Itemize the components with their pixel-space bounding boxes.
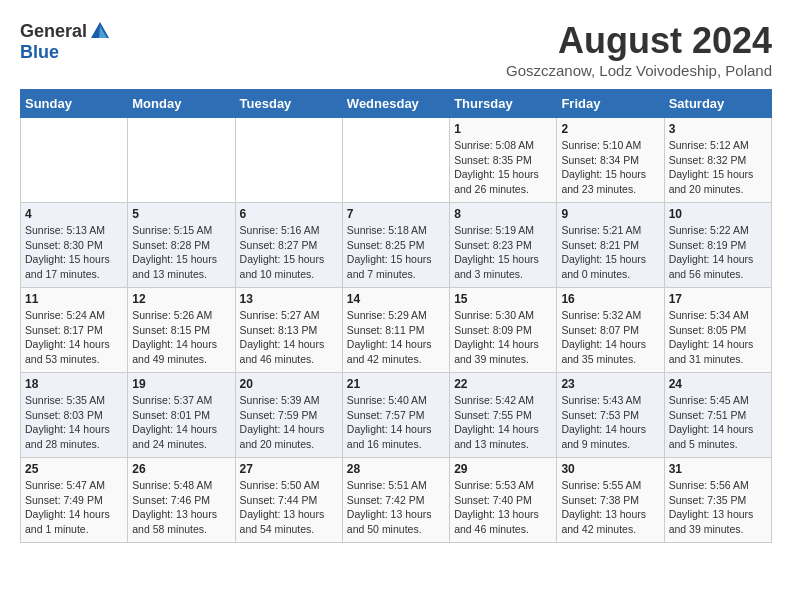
day-cell-6: 6Sunrise: 5:16 AM Sunset: 8:27 PM Daylig… — [235, 203, 342, 288]
logo-icon — [89, 20, 111, 42]
day-info: Sunrise: 5:53 AM Sunset: 7:40 PM Dayligh… — [454, 478, 552, 537]
day-cell-26: 26Sunrise: 5:48 AM Sunset: 7:46 PM Dayli… — [128, 458, 235, 543]
day-number: 12 — [132, 292, 230, 306]
day-info: Sunrise: 5:12 AM Sunset: 8:32 PM Dayligh… — [669, 138, 767, 197]
day-number: 25 — [25, 462, 123, 476]
day-info: Sunrise: 5:29 AM Sunset: 8:11 PM Dayligh… — [347, 308, 445, 367]
weekday-header-monday: Monday — [128, 90, 235, 118]
day-cell-2: 2Sunrise: 5:10 AM Sunset: 8:34 PM Daylig… — [557, 118, 664, 203]
day-info: Sunrise: 5:43 AM Sunset: 7:53 PM Dayligh… — [561, 393, 659, 452]
day-number: 15 — [454, 292, 552, 306]
day-info: Sunrise: 5:21 AM Sunset: 8:21 PM Dayligh… — [561, 223, 659, 282]
day-cell-10: 10Sunrise: 5:22 AM Sunset: 8:19 PM Dayli… — [664, 203, 771, 288]
day-info: Sunrise: 5:26 AM Sunset: 8:15 PM Dayligh… — [132, 308, 230, 367]
day-cell-30: 30Sunrise: 5:55 AM Sunset: 7:38 PM Dayli… — [557, 458, 664, 543]
day-info: Sunrise: 5:50 AM Sunset: 7:44 PM Dayligh… — [240, 478, 338, 537]
week-row-3: 11Sunrise: 5:24 AM Sunset: 8:17 PM Dayli… — [21, 288, 772, 373]
weekday-header-wednesday: Wednesday — [342, 90, 449, 118]
day-cell-17: 17Sunrise: 5:34 AM Sunset: 8:05 PM Dayli… — [664, 288, 771, 373]
empty-cell — [21, 118, 128, 203]
day-number: 21 — [347, 377, 445, 391]
day-cell-28: 28Sunrise: 5:51 AM Sunset: 7:42 PM Dayli… — [342, 458, 449, 543]
day-cell-16: 16Sunrise: 5:32 AM Sunset: 8:07 PM Dayli… — [557, 288, 664, 373]
calendar-table: SundayMondayTuesdayWednesdayThursdayFrid… — [20, 89, 772, 543]
day-number: 29 — [454, 462, 552, 476]
day-info: Sunrise: 5:39 AM Sunset: 7:59 PM Dayligh… — [240, 393, 338, 452]
day-info: Sunrise: 5:22 AM Sunset: 8:19 PM Dayligh… — [669, 223, 767, 282]
header: General Blue August 2024 Goszczanow, Lod… — [20, 20, 772, 79]
day-info: Sunrise: 5:13 AM Sunset: 8:30 PM Dayligh… — [25, 223, 123, 282]
day-info: Sunrise: 5:32 AM Sunset: 8:07 PM Dayligh… — [561, 308, 659, 367]
day-info: Sunrise: 5:55 AM Sunset: 7:38 PM Dayligh… — [561, 478, 659, 537]
day-info: Sunrise: 5:34 AM Sunset: 8:05 PM Dayligh… — [669, 308, 767, 367]
weekday-header-friday: Friday — [557, 90, 664, 118]
day-number: 19 — [132, 377, 230, 391]
day-cell-8: 8Sunrise: 5:19 AM Sunset: 8:23 PM Daylig… — [450, 203, 557, 288]
day-info: Sunrise: 5:48 AM Sunset: 7:46 PM Dayligh… — [132, 478, 230, 537]
day-cell-31: 31Sunrise: 5:56 AM Sunset: 7:35 PM Dayli… — [664, 458, 771, 543]
day-info: Sunrise: 5:18 AM Sunset: 8:25 PM Dayligh… — [347, 223, 445, 282]
weekday-header-sunday: Sunday — [21, 90, 128, 118]
day-number: 8 — [454, 207, 552, 221]
empty-cell — [128, 118, 235, 203]
day-number: 5 — [132, 207, 230, 221]
title-area: August 2024 Goszczanow, Lodz Voivodeship… — [506, 20, 772, 79]
day-cell-29: 29Sunrise: 5:53 AM Sunset: 7:40 PM Dayli… — [450, 458, 557, 543]
day-number: 22 — [454, 377, 552, 391]
day-cell-15: 15Sunrise: 5:30 AM Sunset: 8:09 PM Dayli… — [450, 288, 557, 373]
month-year-title: August 2024 — [506, 20, 772, 62]
day-number: 13 — [240, 292, 338, 306]
weekday-header-thursday: Thursday — [450, 90, 557, 118]
day-cell-3: 3Sunrise: 5:12 AM Sunset: 8:32 PM Daylig… — [664, 118, 771, 203]
day-info: Sunrise: 5:10 AM Sunset: 8:34 PM Dayligh… — [561, 138, 659, 197]
day-info: Sunrise: 5:27 AM Sunset: 8:13 PM Dayligh… — [240, 308, 338, 367]
logo: General Blue — [20, 20, 111, 63]
day-number: 14 — [347, 292, 445, 306]
day-info: Sunrise: 5:37 AM Sunset: 8:01 PM Dayligh… — [132, 393, 230, 452]
day-cell-1: 1Sunrise: 5:08 AM Sunset: 8:35 PM Daylig… — [450, 118, 557, 203]
day-cell-11: 11Sunrise: 5:24 AM Sunset: 8:17 PM Dayli… — [21, 288, 128, 373]
day-cell-7: 7Sunrise: 5:18 AM Sunset: 8:25 PM Daylig… — [342, 203, 449, 288]
day-number: 16 — [561, 292, 659, 306]
day-number: 23 — [561, 377, 659, 391]
week-row-2: 4Sunrise: 5:13 AM Sunset: 8:30 PM Daylig… — [21, 203, 772, 288]
day-cell-19: 19Sunrise: 5:37 AM Sunset: 8:01 PM Dayli… — [128, 373, 235, 458]
day-info: Sunrise: 5:15 AM Sunset: 8:28 PM Dayligh… — [132, 223, 230, 282]
logo-blue-text: Blue — [20, 42, 59, 63]
day-cell-9: 9Sunrise: 5:21 AM Sunset: 8:21 PM Daylig… — [557, 203, 664, 288]
day-number: 26 — [132, 462, 230, 476]
day-cell-24: 24Sunrise: 5:45 AM Sunset: 7:51 PM Dayli… — [664, 373, 771, 458]
day-number: 31 — [669, 462, 767, 476]
day-cell-14: 14Sunrise: 5:29 AM Sunset: 8:11 PM Dayli… — [342, 288, 449, 373]
day-info: Sunrise: 5:35 AM Sunset: 8:03 PM Dayligh… — [25, 393, 123, 452]
weekday-header-row: SundayMondayTuesdayWednesdayThursdayFrid… — [21, 90, 772, 118]
week-row-4: 18Sunrise: 5:35 AM Sunset: 8:03 PM Dayli… — [21, 373, 772, 458]
logo-general-text: General — [20, 21, 87, 42]
day-number: 1 — [454, 122, 552, 136]
day-cell-18: 18Sunrise: 5:35 AM Sunset: 8:03 PM Dayli… — [21, 373, 128, 458]
day-number: 17 — [669, 292, 767, 306]
day-cell-25: 25Sunrise: 5:47 AM Sunset: 7:49 PM Dayli… — [21, 458, 128, 543]
day-number: 11 — [25, 292, 123, 306]
day-info: Sunrise: 5:30 AM Sunset: 8:09 PM Dayligh… — [454, 308, 552, 367]
day-cell-22: 22Sunrise: 5:42 AM Sunset: 7:55 PM Dayli… — [450, 373, 557, 458]
day-number: 9 — [561, 207, 659, 221]
weekday-header-tuesday: Tuesday — [235, 90, 342, 118]
day-cell-21: 21Sunrise: 5:40 AM Sunset: 7:57 PM Dayli… — [342, 373, 449, 458]
day-cell-5: 5Sunrise: 5:15 AM Sunset: 8:28 PM Daylig… — [128, 203, 235, 288]
day-number: 28 — [347, 462, 445, 476]
day-number: 10 — [669, 207, 767, 221]
day-number: 6 — [240, 207, 338, 221]
day-info: Sunrise: 5:47 AM Sunset: 7:49 PM Dayligh… — [25, 478, 123, 537]
day-cell-27: 27Sunrise: 5:50 AM Sunset: 7:44 PM Dayli… — [235, 458, 342, 543]
day-info: Sunrise: 5:16 AM Sunset: 8:27 PM Dayligh… — [240, 223, 338, 282]
week-row-1: 1Sunrise: 5:08 AM Sunset: 8:35 PM Daylig… — [21, 118, 772, 203]
day-number: 20 — [240, 377, 338, 391]
day-number: 3 — [669, 122, 767, 136]
day-number: 4 — [25, 207, 123, 221]
day-cell-4: 4Sunrise: 5:13 AM Sunset: 8:30 PM Daylig… — [21, 203, 128, 288]
day-info: Sunrise: 5:19 AM Sunset: 8:23 PM Dayligh… — [454, 223, 552, 282]
day-cell-20: 20Sunrise: 5:39 AM Sunset: 7:59 PM Dayli… — [235, 373, 342, 458]
day-number: 30 — [561, 462, 659, 476]
empty-cell — [342, 118, 449, 203]
